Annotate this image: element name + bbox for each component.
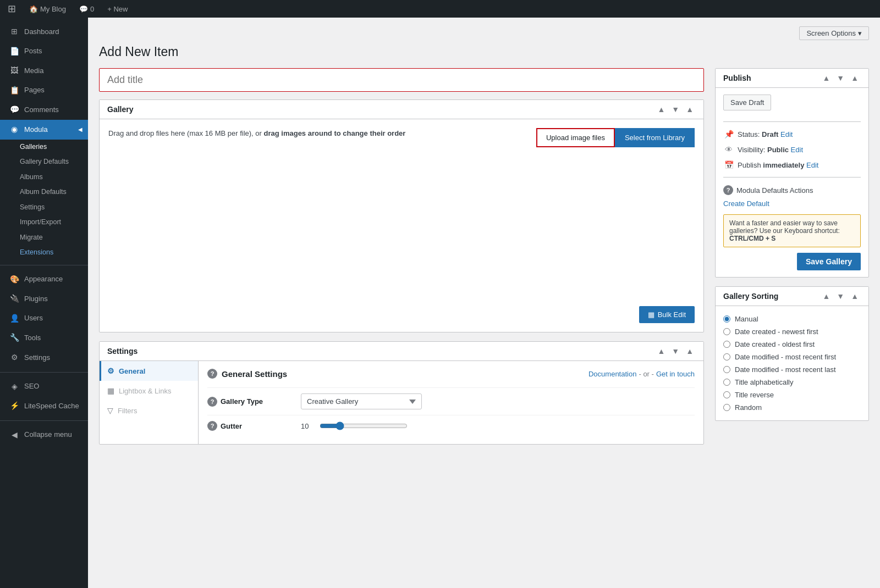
- post-title-input[interactable]: [99, 68, 704, 92]
- modula-defaults-row: ? Modula Defaults Actions: [723, 182, 861, 198]
- sidebar-item-settings-sub[interactable]: Settings: [20, 200, 88, 215]
- get-in-touch-link[interactable]: Get in touch: [656, 370, 695, 378]
- sidebar-item-pages[interactable]: 📋 Pages: [0, 81, 88, 101]
- shortcut-note: Want a faster and easier way to save gal…: [723, 214, 861, 247]
- sidebar-item-plugins[interactable]: 🔌 Plugins: [0, 289, 88, 309]
- settings-nav-general[interactable]: ⚙ General: [100, 361, 198, 381]
- sorting-collapse-down-btn[interactable]: ▼: [834, 291, 846, 301]
- gallery-collapse-up-btn[interactable]: ▲: [655, 104, 667, 114]
- settings-nav-lightbox[interactable]: ▦ Lightbox & Links: [100, 381, 198, 401]
- comments-link[interactable]: 💬 0: [76, 0, 97, 18]
- gallery-type-help-icon[interactable]: ?: [207, 397, 217, 407]
- gallery-type-select[interactable]: Creative Gallery Masonry Slider Custom G…: [301, 393, 422, 409]
- settings-collapse-up-btn[interactable]: ▲: [655, 346, 667, 356]
- sorting-option-title-alpha[interactable]: Title alphabetically: [723, 376, 861, 389]
- visibility-icon: 👁: [723, 145, 734, 154]
- publish-edit-link[interactable]: Edit: [806, 161, 818, 169]
- visibility-value: Public: [767, 146, 789, 154]
- gutter-help-icon[interactable]: ?: [207, 421, 217, 431]
- save-gallery-row: Save Gallery: [723, 253, 861, 270]
- sort-manual-radio[interactable]: [723, 315, 730, 323]
- visibility-edit-link[interactable]: Edit: [791, 146, 803, 154]
- status-edit-link[interactable]: Edit: [780, 130, 793, 138]
- sidebar-item-users[interactable]: 👤 Users: [0, 309, 88, 329]
- sorting-close-btn[interactable]: ▲: [849, 291, 861, 301]
- collapse-menu[interactable]: ◀ Collapse menu: [0, 425, 88, 445]
- settings-nav-filters[interactable]: ▽ Filters: [100, 401, 198, 420]
- media-icon: 🖼: [9, 65, 20, 76]
- sort-created-newest-radio[interactable]: [723, 328, 730, 335]
- create-default-link[interactable]: Create Default: [723, 198, 861, 209]
- sort-title-alpha-radio[interactable]: [723, 379, 730, 386]
- posts-icon: 📄: [9, 46, 20, 57]
- publish-collapse-up-btn[interactable]: ▲: [820, 73, 832, 83]
- sidebar-item-galleries[interactable]: Galleries: [20, 140, 88, 155]
- bulk-edit-button[interactable]: ▦ Bulk Edit: [639, 306, 695, 323]
- sorting-panel-title: Gallery Sorting: [723, 292, 820, 301]
- settings-panel-title: Settings: [107, 347, 655, 356]
- sidebar-item-dashboard[interactable]: ⊞ Dashboard: [0, 22, 88, 42]
- modula-defaults-help-icon[interactable]: ?: [723, 185, 733, 195]
- gallery-panel: Gallery ▲ ▼ ▲ Drag and drop files here (…: [99, 99, 704, 332]
- sidebar-item-seo[interactable]: ◈ SEO: [0, 377, 88, 397]
- sorting-collapse-up-btn[interactable]: ▲: [820, 291, 832, 301]
- sidebar-item-import-export[interactable]: Import/Export: [20, 215, 88, 230]
- main-column: Gallery ▲ ▼ ▲ Drag and drop files here (…: [99, 68, 704, 453]
- sidebar-item-modula[interactable]: ◉ Modula ◀: [0, 120, 88, 140]
- lightbox-settings-icon: ▦: [107, 386, 114, 395]
- site-name[interactable]: 🏠 My Blog: [26, 0, 69, 18]
- upload-image-files-button[interactable]: Upload image files: [536, 128, 615, 147]
- sort-random-radio[interactable]: [723, 404, 730, 411]
- sidebar-item-media[interactable]: 🖼 Media: [0, 61, 88, 81]
- settings-heading-row: ? General Settings Documentation - or - …: [207, 369, 695, 379]
- screen-options-button[interactable]: Screen Options ▾: [799, 26, 869, 40]
- sorting-option-manual[interactable]: Manual: [723, 313, 861, 325]
- publish-close-btn[interactable]: ▲: [849, 73, 861, 83]
- sorting-option-created-oldest[interactable]: Date created - oldest first: [723, 338, 861, 351]
- sidebar-item-albums[interactable]: Albums: [20, 170, 88, 185]
- sorting-option-title-reverse[interactable]: Title reverse: [723, 389, 861, 401]
- sidebar-item-extensions[interactable]: Extensions: [20, 245, 88, 260]
- sort-modified-recent-first-radio[interactable]: [723, 353, 730, 360]
- settings-close-btn[interactable]: ▲: [684, 346, 696, 356]
- publish-collapse-down-btn[interactable]: ▼: [834, 73, 846, 83]
- visibility-label: Visibility: Public Edit: [738, 146, 803, 154]
- select-from-library-button[interactable]: Select from Library: [615, 128, 695, 147]
- sidebar-item-comments[interactable]: 💬 Comments: [0, 100, 88, 120]
- sidebar-item-posts[interactable]: 📄 Posts: [0, 42, 88, 62]
- settings-layout: ⚙ General ▦ Lightbox & Links ▽ Filters: [100, 361, 703, 444]
- sort-created-oldest-radio[interactable]: [723, 341, 730, 348]
- sorting-option-random[interactable]: Random: [723, 401, 861, 414]
- sort-title-reverse-radio[interactable]: [723, 391, 730, 398]
- new-link[interactable]: + New: [104, 0, 131, 18]
- gallery-collapse-down-btn[interactable]: ▼: [669, 104, 681, 114]
- sorting-option-modified-recent-first[interactable]: Date modified - most recent first: [723, 351, 861, 363]
- shortcut-key: CTRL/CMD + S: [729, 235, 776, 242]
- sidebar-item-album-defaults[interactable]: Album Defaults: [20, 185, 88, 200]
- wp-logo[interactable]: ⊞: [4, 0, 19, 18]
- gallery-panel-title: Gallery: [107, 105, 655, 114]
- sidebar-item-migrate[interactable]: Migrate: [20, 230, 88, 246]
- sorting-option-created-newest[interactable]: Date created - newest first: [723, 325, 861, 338]
- sorting-panel: Gallery Sorting ▲ ▼ ▲ Manual: [715, 286, 869, 421]
- save-gallery-button[interactable]: Save Gallery: [797, 253, 861, 270]
- sidebar-item-tools[interactable]: 🔧 Tools: [0, 328, 88, 348]
- gallery-close-btn[interactable]: ▲: [684, 104, 696, 114]
- sidebar-item-settings-main[interactable]: ⚙ Settings: [0, 348, 88, 368]
- gutter-value: 10: [301, 422, 314, 430]
- modula-submenu: Galleries Gallery Defaults Albums Album …: [0, 140, 88, 260]
- sidebar-item-gallery-defaults[interactable]: Gallery Defaults: [20, 154, 88, 170]
- gallery-panel-header: Gallery ▲ ▼ ▲: [100, 100, 703, 119]
- sidebar-item-appearance[interactable]: 🎨 Appearance: [0, 270, 88, 290]
- sorting-option-modified-recent-last[interactable]: Date modified - most recent last: [723, 363, 861, 376]
- settings-collapse-down-btn[interactable]: ▼: [669, 346, 681, 356]
- documentation-link[interactable]: Documentation: [588, 370, 636, 378]
- save-draft-button[interactable]: Save Draft: [723, 95, 771, 110]
- app-layout: ⊞ Dashboard 📄 Posts 🖼 Media 📋 Pages 💬 Co…: [0, 0, 880, 588]
- general-settings-help-icon[interactable]: ?: [207, 369, 217, 379]
- publish-panel-body: Save Draft 📌 Status: Draft Edit 👁 Visibi…: [716, 88, 868, 277]
- sidebar-item-litespeed[interactable]: ⚡ LiteSpeed Cache: [0, 396, 88, 416]
- gutter-slider[interactable]: [320, 421, 408, 430]
- publish-time-row: 📅 Publish immediately Edit: [723, 157, 861, 173]
- sort-modified-recent-last-radio[interactable]: [723, 366, 730, 373]
